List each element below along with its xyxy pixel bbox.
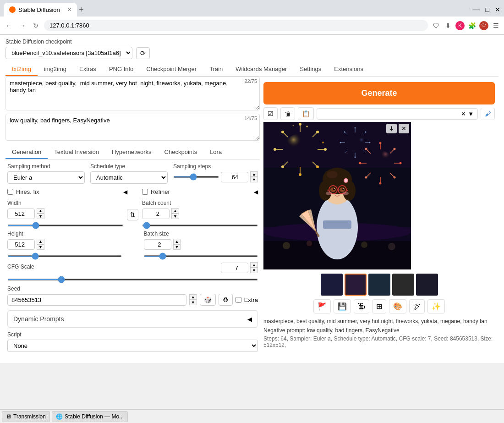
extra-checkbox[interactable] xyxy=(236,297,241,303)
sampling-steps-up[interactable]: ▲ xyxy=(250,171,258,177)
address-input[interactable] xyxy=(44,20,428,31)
back-button[interactable]: ← xyxy=(4,21,14,30)
style-edit-button[interactable]: 🖌 xyxy=(481,108,495,120)
seed-recycle-button[interactable]: ♻ xyxy=(219,294,233,306)
image-controls: ⬇ ✕ xyxy=(386,124,409,133)
share-button[interactable]: 🎨 xyxy=(389,299,406,313)
style-dropdown-close[interactable]: ✕ xyxy=(461,110,466,117)
height-slider[interactable] xyxy=(7,255,122,257)
tab-img2img[interactable]: img2img xyxy=(38,63,73,76)
height-up[interactable]: ▲ xyxy=(37,239,44,244)
batch-count-down[interactable]: ▼ xyxy=(171,214,179,219)
sampling-steps-slider[interactable] xyxy=(173,176,219,178)
generate-button[interactable]: Generate xyxy=(263,82,495,104)
batch-size-slider[interactable] xyxy=(144,255,258,257)
trash-action-button[interactable]: 🗑 xyxy=(280,107,295,120)
positive-prompt-input[interactable]: masterpiece, best quality, mid summer, v… xyxy=(5,77,260,110)
sampling-steps-input[interactable] xyxy=(221,172,248,182)
tab-extensions[interactable]: Extensions xyxy=(328,63,370,76)
tab-txt2img[interactable]: txt2img xyxy=(5,63,38,76)
profile-icon[interactable]: K xyxy=(455,21,465,30)
cfg-scale-up[interactable]: ▲ xyxy=(250,262,258,268)
shield-icon: 🛡 xyxy=(432,21,441,30)
svg-point-78 xyxy=(327,171,338,178)
tab-png-info[interactable]: PNG Info xyxy=(103,63,140,76)
thumbnail-3[interactable] xyxy=(368,274,390,296)
batch-size-down[interactable]: ▼ xyxy=(173,244,181,250)
tab-close-button[interactable]: ✕ xyxy=(67,7,71,13)
cfg-scale-down[interactable]: ▼ xyxy=(250,268,258,273)
dynamic-prompts-header[interactable]: Dynamic Prompts ◀ xyxy=(8,311,257,327)
clipboard-action-button[interactable]: 📋 xyxy=(298,107,314,120)
refresh-button[interactable]: ↻ xyxy=(31,21,40,30)
folder-button[interactable]: 🕊 xyxy=(409,299,425,313)
negative-prompt-input[interactable]: low quality, bad fingers, EasyNegative xyxy=(5,114,260,141)
style-dropdown-arrow[interactable]: ▼ xyxy=(468,110,474,117)
batch-size-up[interactable]: ▲ xyxy=(173,239,181,244)
tab-checkpoint-merger[interactable]: Checkpoint Merger xyxy=(140,63,203,76)
thumbnail-5[interactable] xyxy=(416,274,438,296)
grid-button[interactable]: ⊞ xyxy=(372,299,386,313)
cfg-scale-input[interactable] xyxy=(221,263,248,273)
tab-train[interactable]: Train xyxy=(203,63,229,76)
active-tab[interactable]: Stable Diffusion ✕ xyxy=(4,3,77,16)
swap-dimensions-button[interactable]: ⇅ xyxy=(127,209,138,220)
minimize-icon[interactable]: — xyxy=(473,5,480,14)
new-tab-button[interactable]: + xyxy=(79,5,84,15)
refiner-checkbox[interactable] xyxy=(142,189,148,195)
seed-up[interactable]: ▲ xyxy=(189,294,197,300)
save-image-button[interactable]: 💾 xyxy=(334,299,351,313)
thumbnail-2[interactable] xyxy=(345,274,367,296)
tab-textual-inversion[interactable]: Textual Inversion xyxy=(48,146,105,159)
extensions-icon[interactable]: 🧩 xyxy=(467,21,477,30)
height-down[interactable]: ▼ xyxy=(37,244,44,250)
image-close-button[interactable]: ✕ xyxy=(399,124,409,133)
tab-checkpoints[interactable]: Checkpoints xyxy=(158,146,204,159)
sparkle-button[interactable]: ✨ xyxy=(427,299,445,313)
width-down[interactable]: ▼ xyxy=(37,214,44,219)
adblock-icon[interactable]: 🛡 xyxy=(479,21,488,30)
batch-count-input[interactable] xyxy=(142,209,170,219)
checkpoint-refresh-button[interactable]: ⟳ xyxy=(136,47,150,59)
tab-generation[interactable]: Generation xyxy=(5,146,48,159)
batch-count-slider[interactable] xyxy=(142,225,258,226)
seed-down[interactable]: ▼ xyxy=(189,300,197,305)
width-input[interactable] xyxy=(7,209,35,219)
batch-count-up[interactable]: ▲ xyxy=(171,208,179,214)
zip-button[interactable]: 🗜 xyxy=(354,299,369,313)
main-tabs: txt2img img2img Extras PNG Info Checkpoi… xyxy=(5,63,499,77)
tab-extras[interactable]: Extras xyxy=(73,63,103,76)
image-download-button[interactable]: ⬇ xyxy=(386,124,397,133)
maximize-icon[interactable]: □ xyxy=(486,6,489,13)
tab-hypernetworks[interactable]: Hypernetworks xyxy=(105,146,158,159)
close-window-icon[interactable]: ✕ xyxy=(495,6,500,13)
checkbox-action-button[interactable]: ☑ xyxy=(263,107,278,120)
main-image-container: ⬇ ✕ xyxy=(263,122,411,271)
seed-dice-button[interactable]: 🎲 xyxy=(200,294,216,306)
tab-lora[interactable]: Lora xyxy=(203,146,228,159)
forward-button[interactable]: → xyxy=(17,21,27,30)
seed-input[interactable] xyxy=(7,294,186,306)
cfg-scale-slider[interactable] xyxy=(7,279,258,280)
checkpoint-select[interactable]: bluePencil_v10.safetensors [3a105af1a6] xyxy=(5,47,132,59)
batch-size-input[interactable] xyxy=(144,239,171,250)
tab-settings[interactable]: Settings xyxy=(293,63,328,76)
height-input[interactable] xyxy=(7,239,35,250)
script-select[interactable]: None xyxy=(7,340,258,352)
schedule-type-select[interactable]: Automatic xyxy=(90,171,168,184)
main-generated-image[interactable] xyxy=(263,122,411,269)
svg-point-17 xyxy=(274,148,276,151)
tab-wildcards-manager[interactable]: Wildcards Manager xyxy=(229,63,293,76)
thumbnail-1[interactable] xyxy=(321,274,343,296)
sampling-steps-down[interactable]: ▼ xyxy=(250,177,258,182)
width-up[interactable]: ▲ xyxy=(37,208,44,214)
download-icon[interactable]: ⬇ xyxy=(444,21,453,30)
width-slider[interactable] xyxy=(7,225,123,226)
sampling-method-select[interactable]: Euler a xyxy=(7,171,85,184)
hires-collapse-button[interactable]: ◀ xyxy=(123,189,127,195)
thumbnail-4[interactable] xyxy=(392,274,414,296)
send-to-button[interactable]: 🚩 xyxy=(313,299,331,313)
menu-icon[interactable]: ☰ xyxy=(491,21,500,30)
hires-fix-checkbox[interactable] xyxy=(7,189,13,195)
refiner-collapse-button[interactable]: ◀ xyxy=(254,189,258,195)
